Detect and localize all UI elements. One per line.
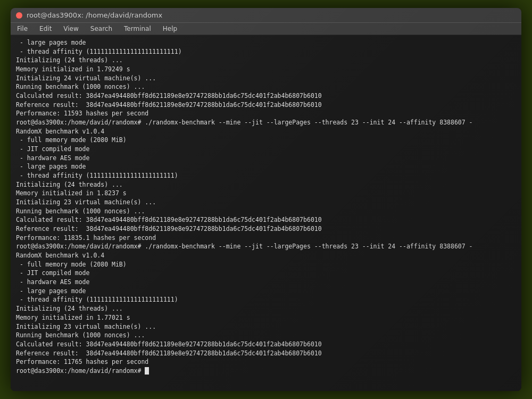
terminal-line: - thread affinity (111111111111111111111… — [16, 295, 516, 304]
terminal-line: root@das3900x:/home/david/randomx# — [16, 367, 516, 376]
menu-view[interactable]: View — [61, 24, 80, 34]
menu-bar: File Edit View Search Terminal Help — [11, 23, 521, 35]
terminal-line: Reference result: 38d47ea494480bff8d6211… — [16, 225, 516, 234]
terminal-line: Initializing (24 threads) ... — [16, 56, 516, 65]
terminal-line: Performance: 11593 hashes per second — [16, 109, 516, 118]
terminal-line: Memory initialized in 1.77021 s — [16, 313, 516, 322]
terminal-line: Running benchmark (1000 nonces) ... — [16, 82, 516, 92]
terminal-line: RandomX benchmark v1.0.4 — [16, 251, 516, 260]
terminal-line: - thread affinity (111111111111111111111… — [16, 47, 516, 56]
terminal-line: root@das3900x:/home/david/randomx# ./ran… — [16, 118, 516, 127]
terminal-line: - hardware AES mode — [16, 154, 516, 163]
terminal-line: - hardware AES mode — [16, 278, 516, 287]
terminal-line: - JIT compiled mode — [16, 269, 516, 278]
terminal-line: Performance: 11765 hashes per second — [16, 358, 516, 367]
terminal-line: - full memory mode (2080 MiB) — [16, 260, 516, 269]
menu-file[interactable]: File — [15, 24, 30, 34]
terminal-line: Calculated result: 38d47ea494480bff8d621… — [16, 215, 516, 225]
close-icon[interactable] — [16, 12, 22, 19]
terminal-line: - full memory mode (2080 MiB) — [16, 136, 516, 145]
terminal-line: root@das3900x:/home/david/randomx# ./ran… — [16, 242, 516, 251]
menu-help[interactable]: Help — [161, 24, 179, 34]
terminal-line: Initializing (24 threads) ... — [16, 180, 516, 189]
terminal-line: Initializing 23 virtual machine(s) ... — [16, 322, 516, 331]
menu-search[interactable]: Search — [88, 24, 114, 34]
terminal-window: root@das3900x: /home/david/randomx File … — [11, 8, 521, 391]
terminal-line: - thread affinity (111111111111111111111… — [16, 171, 516, 180]
terminal-line: Memory initialized in 1.8237 s — [16, 189, 516, 198]
terminal-line: Initializing 24 virtual machine(s) ... — [16, 74, 516, 83]
terminal-line: Performance: 11835.1 hashes per second — [16, 234, 516, 243]
menu-terminal[interactable]: Terminal — [122, 24, 153, 34]
window-title: root@das3900x: /home/david/randomx — [27, 11, 162, 19]
terminal-line: - large pages mode — [16, 162, 516, 171]
terminal-line: Calculated result: 38d47ea494480bff8d621… — [16, 340, 516, 349]
terminal-line: Initializing (24 threads) ... — [16, 304, 516, 313]
terminal-line: - large pages mode — [16, 287, 516, 296]
terminal-line: Memory initialized in 1.79249 s — [16, 65, 516, 74]
menu-edit[interactable]: Edit — [37, 24, 54, 34]
title-bar: root@das3900x: /home/david/randomx — [11, 8, 521, 23]
terminal-line: Running benchmark (1000 nonces) ... — [16, 207, 516, 216]
terminal-line: Initializing 23 virtual machine(s) ... — [16, 198, 516, 207]
terminal-line: RandomX benchmark v1.0.4 — [16, 127, 516, 136]
cursor — [145, 367, 149, 375]
terminal-line: Reference result: 38d47ea494480bff8d6211… — [16, 349, 516, 358]
terminal-line: Calculated result: 38d47ea494480bff8d621… — [16, 92, 516, 101]
terminal-line: - JIT compiled mode — [16, 145, 516, 154]
terminal-line: - large pages mode — [16, 38, 516, 47]
terminal-line: Running benchmark (1000 nonces) ... — [16, 331, 516, 340]
terminal-output[interactable]: - large pages mode - thread affinity (11… — [11, 35, 521, 391]
terminal-line: Reference result: 38d47ea494480bff8d6211… — [16, 101, 516, 110]
